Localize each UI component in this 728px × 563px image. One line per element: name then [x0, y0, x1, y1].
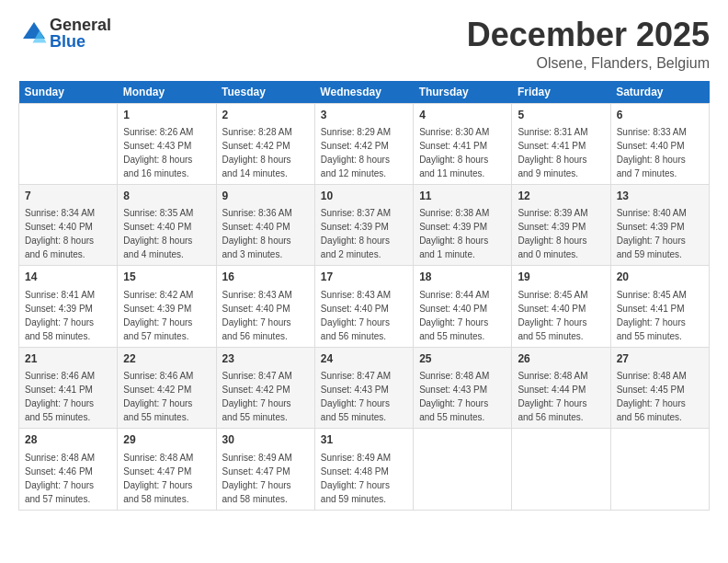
- calendar-header-row: SundayMondayTuesdayWednesdayThursdayFrid…: [19, 81, 710, 104]
- day-number: 25: [419, 351, 506, 367]
- day-number: 8: [123, 189, 210, 204]
- cell-content: Sunrise: 8:38 AM Sunset: 4:39 PM Dayligh…: [419, 206, 506, 261]
- day-number: 1: [123, 108, 210, 123]
- cell-content: Sunrise: 8:45 AM Sunset: 4:40 PM Dayligh…: [518, 288, 604, 343]
- logo-blue-text: Blue: [50, 33, 111, 50]
- day-number: 31: [321, 432, 407, 448]
- calendar-cell: 18Sunrise: 8:44 AM Sunset: 4:40 PM Dayli…: [414, 266, 512, 347]
- cell-content: Sunrise: 8:35 AM Sunset: 4:40 PM Dayligh…: [123, 206, 210, 261]
- header-sunday: Sunday: [19, 81, 118, 104]
- cell-content: Sunrise: 8:33 AM Sunset: 4:40 PM Dayligh…: [617, 125, 703, 180]
- cell-content: Sunrise: 8:49 AM Sunset: 4:48 PM Dayligh…: [321, 451, 407, 506]
- calendar-cell: 1Sunrise: 8:26 AM Sunset: 4:43 PM Daylig…: [118, 103, 216, 184]
- calendar-cell: [414, 429, 512, 510]
- day-number: 22: [123, 351, 210, 367]
- cell-content: Sunrise: 8:37 AM Sunset: 4:39 PM Dayligh…: [321, 206, 407, 261]
- day-number: 26: [518, 351, 604, 367]
- day-number: 27: [617, 351, 703, 367]
- logo: General Blue: [18, 17, 111, 50]
- logo-icon: [20, 19, 48, 47]
- calendar-cell: 16Sunrise: 8:43 AM Sunset: 4:40 PM Dayli…: [216, 266, 314, 347]
- calendar-cell: [19, 103, 118, 184]
- cell-content: Sunrise: 8:48 AM Sunset: 4:47 PM Dayligh…: [123, 451, 210, 506]
- header-wednesday: Wednesday: [314, 81, 413, 104]
- calendar-cell: 21Sunrise: 8:46 AM Sunset: 4:41 PM Dayli…: [19, 347, 118, 428]
- header-thursday: Thursday: [414, 81, 512, 104]
- week-row-4: 28Sunrise: 8:48 AM Sunset: 4:46 PM Dayli…: [19, 429, 710, 510]
- calendar-cell: 10Sunrise: 8:37 AM Sunset: 4:39 PM Dayli…: [314, 184, 413, 265]
- cell-content: Sunrise: 8:45 AM Sunset: 4:41 PM Dayligh…: [617, 288, 703, 343]
- day-number: 15: [123, 270, 210, 285]
- calendar-cell: 9Sunrise: 8:36 AM Sunset: 4:40 PM Daylig…: [216, 184, 314, 265]
- page: General Blue December 2025 Olsene, Fland…: [0, 0, 728, 563]
- calendar-cell: 15Sunrise: 8:42 AM Sunset: 4:39 PM Dayli…: [118, 266, 216, 347]
- header-saturday: Saturday: [610, 81, 709, 104]
- day-number: 28: [25, 432, 111, 448]
- header-tuesday: Tuesday: [216, 81, 314, 104]
- calendar-cell: 20Sunrise: 8:45 AM Sunset: 4:41 PM Dayli…: [610, 266, 709, 347]
- calendar-cell: 24Sunrise: 8:47 AM Sunset: 4:43 PM Dayli…: [314, 347, 413, 428]
- subtitle: Olsene, Flanders, Belgium: [467, 55, 710, 72]
- calendar-cell: [512, 429, 610, 510]
- day-number: 23: [222, 351, 309, 367]
- week-row-3: 21Sunrise: 8:46 AM Sunset: 4:41 PM Dayli…: [19, 347, 710, 428]
- calendar-cell: 4Sunrise: 8:30 AM Sunset: 4:41 PM Daylig…: [414, 103, 512, 184]
- cell-content: Sunrise: 8:39 AM Sunset: 4:39 PM Dayligh…: [518, 206, 604, 261]
- header-monday: Monday: [118, 81, 216, 104]
- day-number: 30: [222, 432, 309, 448]
- day-number: 6: [617, 108, 703, 123]
- cell-content: Sunrise: 8:46 AM Sunset: 4:41 PM Dayligh…: [25, 369, 111, 424]
- cell-content: Sunrise: 8:48 AM Sunset: 4:43 PM Dayligh…: [419, 369, 506, 424]
- cell-content: Sunrise: 8:36 AM Sunset: 4:40 PM Dayligh…: [222, 206, 309, 261]
- calendar-cell: 7Sunrise: 8:34 AM Sunset: 4:40 PM Daylig…: [19, 184, 118, 265]
- day-number: 10: [321, 189, 407, 204]
- day-number: 13: [617, 189, 703, 204]
- calendar-cell: 3Sunrise: 8:29 AM Sunset: 4:42 PM Daylig…: [314, 103, 413, 184]
- calendar-cell: [610, 429, 709, 510]
- calendar-cell: 28Sunrise: 8:48 AM Sunset: 4:46 PM Dayli…: [19, 429, 118, 510]
- cell-content: Sunrise: 8:48 AM Sunset: 4:46 PM Dayligh…: [25, 451, 111, 506]
- calendar-cell: 23Sunrise: 8:47 AM Sunset: 4:42 PM Dayli…: [216, 347, 314, 428]
- calendar-table: SundayMondayTuesdayWednesdayThursdayFrid…: [18, 81, 710, 511]
- cell-content: Sunrise: 8:30 AM Sunset: 4:41 PM Dayligh…: [419, 125, 506, 180]
- calendar-cell: 31Sunrise: 8:49 AM Sunset: 4:48 PM Dayli…: [314, 429, 413, 510]
- day-number: 14: [25, 270, 111, 285]
- day-number: 20: [617, 270, 703, 285]
- week-row-0: 1Sunrise: 8:26 AM Sunset: 4:43 PM Daylig…: [19, 103, 710, 184]
- calendar-cell: 26Sunrise: 8:48 AM Sunset: 4:44 PM Dayli…: [512, 347, 610, 428]
- cell-content: Sunrise: 8:43 AM Sunset: 4:40 PM Dayligh…: [222, 288, 309, 343]
- logo-general-text: General: [50, 17, 111, 33]
- cell-content: Sunrise: 8:31 AM Sunset: 4:41 PM Dayligh…: [518, 125, 604, 180]
- day-number: 9: [222, 189, 309, 204]
- cell-content: Sunrise: 8:29 AM Sunset: 4:42 PM Dayligh…: [321, 125, 407, 180]
- calendar-cell: 29Sunrise: 8:48 AM Sunset: 4:47 PM Dayli…: [118, 429, 216, 510]
- day-number: 7: [25, 189, 111, 204]
- day-number: 2: [222, 108, 309, 123]
- calendar-cell: 25Sunrise: 8:48 AM Sunset: 4:43 PM Dayli…: [414, 347, 512, 428]
- calendar-cell: 30Sunrise: 8:49 AM Sunset: 4:47 PM Dayli…: [216, 429, 314, 510]
- week-row-2: 14Sunrise: 8:41 AM Sunset: 4:39 PM Dayli…: [19, 266, 710, 347]
- calendar-cell: 2Sunrise: 8:28 AM Sunset: 4:42 PM Daylig…: [216, 103, 314, 184]
- calendar-cell: 5Sunrise: 8:31 AM Sunset: 4:41 PM Daylig…: [512, 103, 610, 184]
- cell-content: Sunrise: 8:47 AM Sunset: 4:43 PM Dayligh…: [321, 369, 407, 424]
- cell-content: Sunrise: 8:34 AM Sunset: 4:40 PM Dayligh…: [25, 206, 111, 261]
- calendar-cell: 12Sunrise: 8:39 AM Sunset: 4:39 PM Dayli…: [512, 184, 610, 265]
- day-number: 3: [321, 108, 407, 123]
- cell-content: Sunrise: 8:43 AM Sunset: 4:40 PM Dayligh…: [321, 288, 407, 343]
- cell-content: Sunrise: 8:44 AM Sunset: 4:40 PM Dayligh…: [419, 288, 506, 343]
- calendar-cell: 19Sunrise: 8:45 AM Sunset: 4:40 PM Dayli…: [512, 266, 610, 347]
- cell-content: Sunrise: 8:46 AM Sunset: 4:42 PM Dayligh…: [123, 369, 210, 424]
- main-title: December 2025: [467, 17, 710, 53]
- day-number: 12: [518, 189, 604, 204]
- cell-content: Sunrise: 8:49 AM Sunset: 4:47 PM Dayligh…: [222, 451, 309, 506]
- calendar-cell: 11Sunrise: 8:38 AM Sunset: 4:39 PM Dayli…: [414, 184, 512, 265]
- day-number: 16: [222, 270, 309, 285]
- cell-content: Sunrise: 8:48 AM Sunset: 4:44 PM Dayligh…: [518, 369, 604, 424]
- calendar-cell: 13Sunrise: 8:40 AM Sunset: 4:39 PM Dayli…: [610, 184, 709, 265]
- day-number: 24: [321, 351, 407, 367]
- cell-content: Sunrise: 8:47 AM Sunset: 4:42 PM Dayligh…: [222, 369, 309, 424]
- day-number: 29: [123, 432, 210, 448]
- cell-content: Sunrise: 8:40 AM Sunset: 4:39 PM Dayligh…: [617, 206, 703, 261]
- cell-content: Sunrise: 8:41 AM Sunset: 4:39 PM Dayligh…: [25, 288, 111, 343]
- calendar-cell: 17Sunrise: 8:43 AM Sunset: 4:40 PM Dayli…: [314, 266, 413, 347]
